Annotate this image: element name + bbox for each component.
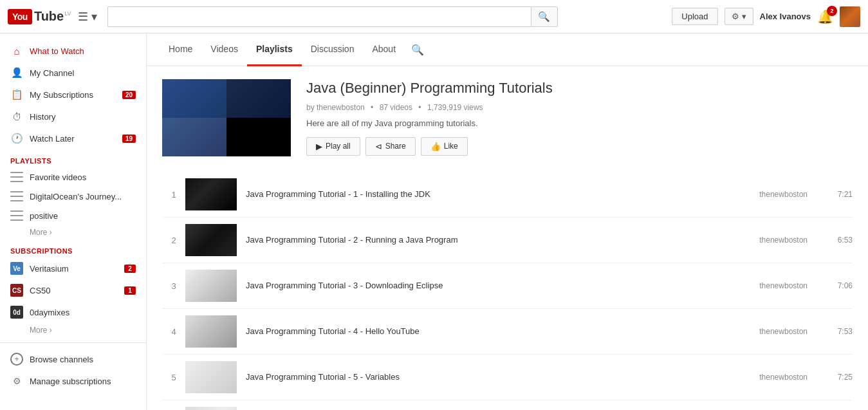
sidebar-item-watch-later[interactable]: 🕐 Watch Later 19 — [0, 127, 146, 149]
like-icon: 👍 — [430, 142, 441, 151]
video-title-4[interactable]: Java Programming Tutorial - 4 - Hello Yo… — [246, 326, 737, 337]
video-thumbnail-4[interactable] — [185, 315, 237, 348]
logo-text: TubeLV — [34, 9, 71, 24]
sidebar-playlist-favorite[interactable]: Favorite videos — [0, 167, 146, 187]
sidebar-label-history: History — [30, 112, 136, 122]
like-label: Like — [444, 142, 458, 151]
tab-videos[interactable]: Videos — [201, 33, 247, 66]
video-channel-1[interactable]: thenewboston — [737, 190, 820, 199]
header-right: Upload ⚙ ▾ Alex Ivanovs 🔔 2 — [672, 6, 860, 27]
avatar-image — [840, 6, 860, 27]
thumb-cell-2 — [226, 79, 291, 118]
tab-playlists[interactable]: Playlists — [247, 33, 302, 66]
video-title-1[interactable]: Java Programming Tutorial - 1 - Installi… — [246, 189, 737, 200]
video-info-4: Java Programming Tutorial - 4 - Hello Yo… — [246, 326, 737, 337]
tab-search-icon[interactable]: 🔍 — [405, 35, 430, 65]
video-duration-3: 7:06 — [820, 281, 853, 290]
sidebar-sub-veritasium[interactable]: Ve Veritasium 2 — [0, 257, 146, 279]
playlists-section-title: PLAYLISTS — [0, 149, 146, 167]
play-all-button[interactable]: ▶ Play all — [306, 137, 360, 156]
video-list: 1 Java Programming Tutorial - 1 - Instal… — [162, 172, 853, 410]
playlist-header: Java (Beginner) Programming Tutorials by… — [162, 79, 853, 156]
username-label: Alex Ivanovs — [760, 12, 811, 21]
video-title-2[interactable]: Java Programming Tutorial - 2 - Running … — [246, 234, 737, 246]
like-button[interactable]: 👍 Like — [421, 137, 468, 156]
video-duration-4: 7:53 — [820, 327, 853, 336]
play-icon: ▶ — [316, 142, 322, 151]
video-number-2: 2 — [162, 236, 185, 245]
playlist-detail: Java (Beginner) Programming Tutorials by… — [147, 66, 868, 410]
tab-home[interactable]: Home — [160, 33, 201, 66]
hamburger-menu-icon[interactable]: ☰ ▾ — [78, 10, 97, 24]
main-content: Home Videos Playlists Discussion About 🔍 — [147, 33, 868, 410]
tab-discussion[interactable]: Discussion — [302, 33, 364, 66]
header: YouTubeLV ☰ ▾ 🔍 Upload ⚙ ▾ Alex Ivanovs … — [0, 0, 868, 33]
sub-avatar-cs50: CS — [10, 284, 23, 297]
subscriptions-section-title: SUBSCRIPTIONS — [0, 239, 146, 257]
video-channel-4[interactable]: thenewboston — [737, 327, 820, 336]
manage-subscriptions-item[interactable]: ⚙ Manage subscriptions — [0, 370, 146, 392]
sidebar-item-history[interactable]: ⏱ History — [0, 106, 146, 127]
video-title-5[interactable]: Java Programming Tutorial - 5 - Variable… — [246, 371, 737, 383]
share-icon: ⊲ — [375, 142, 382, 151]
gear-icon: ⚙ — [732, 12, 739, 21]
browse-channels-label: Browse channels — [30, 355, 93, 364]
sidebar-sub-0daymixes[interactable]: 0d 0daymixes — [0, 301, 146, 323]
playlist-by: by thenewboston — [306, 103, 365, 112]
video-row-5: 5 Java Programming Tutorial - 5 - Variab… — [162, 355, 853, 400]
upload-button[interactable]: Upload — [672, 8, 717, 25]
thumb-cell-3 — [162, 118, 226, 156]
sidebar-playlist-positive[interactable]: positive — [0, 206, 146, 225]
sidebar-sub-cs50[interactable]: CS CS50 1 — [0, 279, 146, 301]
tab-about[interactable]: About — [363, 33, 405, 66]
logo-link[interactable]: YouTubeLV — [8, 9, 71, 24]
subscriptions-more[interactable]: More › — [0, 323, 146, 337]
search-button[interactable]: 🔍 — [531, 6, 557, 27]
history-icon: ⏱ — [10, 110, 23, 123]
playlist-views: 1,739,919 views — [427, 103, 483, 112]
sidebar-playlist-digitalocean[interactable]: DigitalOcean's Journey... — [0, 187, 146, 206]
share-button[interactable]: ⊲ Share — [365, 137, 416, 156]
logo-area: YouTubeLV ☰ ▾ — [8, 9, 97, 24]
settings-button[interactable]: ⚙ ▾ — [725, 8, 753, 25]
search-area: 🔍 — [107, 6, 558, 27]
notifications-bell[interactable]: 🔔 2 — [817, 9, 833, 24]
video-thumbnail-6[interactable] — [185, 407, 237, 410]
video-info-2: Java Programming Tutorial - 2 - Running … — [246, 234, 737, 246]
person-icon: 👤 — [10, 66, 23, 79]
playlist-icon-3 — [10, 210, 23, 221]
video-title-3[interactable]: Java Programming Tutorial - 3 - Download… — [246, 280, 737, 292]
watch-later-badge: 19 — [122, 135, 136, 143]
logo-lv: LV — [64, 10, 71, 17]
video-thumbnail-3[interactable] — [185, 270, 237, 302]
sidebar-label-my-subscriptions: My Subscriptions — [30, 90, 122, 100]
thumb-inner-5 — [185, 361, 237, 393]
video-row-6: 6 Java Programming Tutorial - 6 - Gettin… — [162, 400, 853, 410]
video-duration-1: 7:21 — [820, 190, 853, 199]
video-info-3: Java Programming Tutorial - 3 - Download… — [246, 280, 737, 292]
video-thumbnail-2[interactable] — [185, 224, 237, 256]
sidebar-item-my-subscriptions[interactable]: 📋 My Subscriptions 20 — [0, 84, 146, 106]
video-row-4: 4 Java Programming Tutorial - 4 - Hello … — [162, 309, 853, 355]
video-channel-3[interactable]: thenewboston — [737, 281, 820, 290]
youtube-logo-icon: You — [8, 9, 32, 24]
sidebar-playlist-label-1: DigitalOcean's Journey... — [30, 192, 136, 201]
video-number-3: 3 — [162, 281, 185, 291]
sidebar-item-what-to-watch[interactable]: ⌂ What to Watch — [0, 40, 146, 62]
video-duration-5: 7:25 — [820, 373, 853, 382]
playlist-dot-1: • — [371, 103, 373, 112]
avatar[interactable] — [840, 6, 860, 27]
playlist-thumbnail — [162, 79, 291, 156]
layout: ⌂ What to Watch 👤 My Channel 📋 My Subscr… — [0, 33, 868, 410]
browse-channels-item[interactable]: + Browse channels — [0, 348, 146, 370]
video-channel-5[interactable]: thenewboston — [737, 373, 820, 382]
video-channel-2[interactable]: thenewboston — [737, 236, 820, 245]
playlists-more[interactable]: More › — [0, 225, 146, 239]
subscriptions-badge: 20 — [122, 91, 136, 99]
video-thumbnail-1[interactable] — [185, 178, 237, 210]
thumb-cell-4 — [226, 118, 291, 156]
sidebar-item-my-channel[interactable]: 👤 My Channel — [0, 62, 146, 84]
sidebar-divider — [0, 342, 146, 343]
video-thumbnail-5[interactable] — [185, 361, 237, 393]
search-input[interactable] — [107, 6, 531, 27]
